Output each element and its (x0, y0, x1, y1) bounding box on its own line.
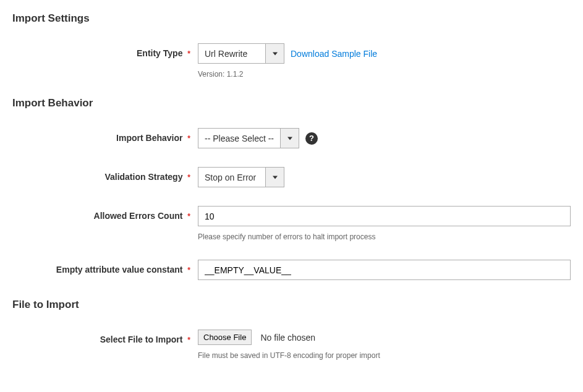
validation-strategy-label-text: Validation Strategy (104, 172, 182, 182)
import-behavior-label: Import Behavior * (12, 128, 198, 143)
required-mark: * (187, 266, 190, 275)
help-icon[interactable]: ? (305, 132, 318, 145)
import-behavior-value: -- Please Select -- (198, 129, 280, 148)
file-status: No file chosen (260, 333, 315, 343)
empty-attribute-control (198, 260, 571, 280)
entity-type-label-text: Entity Type (137, 48, 182, 58)
import-behavior-label-text: Import Behavior (116, 133, 182, 143)
validation-strategy-inline: Stop on Error (198, 167, 571, 187)
select-file-label-text: Select File to Import (100, 334, 183, 344)
allowed-errors-label-text: Allowed Errors Count (94, 211, 183, 221)
validation-strategy-control: Stop on Error (198, 167, 571, 187)
select-file-field: Select File to Import * Choose File No f… (12, 330, 571, 360)
import-behavior-control: -- Please Select -- ? (198, 128, 571, 148)
version-text: Version: 1.1.2 (198, 70, 571, 79)
validation-strategy-field: Validation Strategy * Stop on Error (12, 167, 571, 187)
import-behavior-title: Import Behavior (12, 97, 571, 109)
empty-attribute-label: Empty attribute value constant * (12, 260, 198, 275)
required-mark: * (187, 212, 190, 221)
entity-type-select[interactable]: Url Rewrite (198, 43, 284, 64)
required-mark: * (187, 49, 190, 58)
select-file-inline: Choose File No file chosen (198, 330, 571, 345)
empty-attribute-field: Empty attribute value constant * (12, 260, 571, 280)
download-sample-link[interactable]: Download Sample File (291, 49, 377, 59)
empty-attribute-label-text: Empty attribute value constant (56, 265, 183, 275)
select-file-note: File must be saved in UTF-8 encoding for… (198, 351, 571, 360)
import-behavior-field: Import Behavior * -- Please Select -- ? (12, 128, 571, 148)
file-to-import-section: File to Import Select File to Import * C… (12, 299, 571, 360)
allowed-errors-input[interactable] (198, 206, 571, 226)
allowed-errors-control: Please specify number of errors to halt … (198, 206, 571, 241)
import-settings-section: Import Settings Entity Type * Url Rewrit… (12, 12, 571, 79)
entity-type-inline: Url Rewrite Download Sample File (198, 43, 571, 64)
empty-attribute-input[interactable] (198, 260, 571, 280)
allowed-errors-note: Please specify number of errors to halt … (198, 232, 571, 241)
import-settings-title: Import Settings (12, 12, 571, 25)
import-behavior-inline: -- Please Select -- ? (198, 128, 571, 148)
entity-type-label: Entity Type * (12, 43, 198, 58)
chevron-down-icon (265, 44, 284, 63)
validation-strategy-value: Stop on Error (198, 168, 265, 187)
required-mark: * (187, 134, 190, 143)
select-file-label: Select File to Import * (12, 330, 198, 344)
import-behavior-select[interactable]: -- Please Select -- (198, 128, 299, 148)
allowed-errors-field: Allowed Errors Count * Please specify nu… (12, 206, 571, 241)
entity-type-control: Url Rewrite Download Sample File Version… (198, 43, 571, 79)
allowed-errors-label: Allowed Errors Count * (12, 206, 198, 221)
required-mark: * (187, 173, 190, 182)
chevron-down-icon (265, 168, 284, 187)
required-mark: * (187, 336, 190, 344)
chevron-down-icon (280, 129, 299, 148)
entity-type-value: Url Rewrite (198, 44, 265, 63)
choose-file-button[interactable]: Choose File (198, 330, 252, 345)
validation-strategy-select[interactable]: Stop on Error (198, 167, 284, 187)
select-file-control: Choose File No file chosen File must be … (198, 330, 571, 360)
file-to-import-title: File to Import (12, 299, 571, 311)
entity-type-field: Entity Type * Url Rewrite Download Sampl… (12, 43, 571, 79)
import-behavior-section: Import Behavior Import Behavior * -- Ple… (12, 97, 571, 280)
validation-strategy-label: Validation Strategy * (12, 167, 198, 182)
